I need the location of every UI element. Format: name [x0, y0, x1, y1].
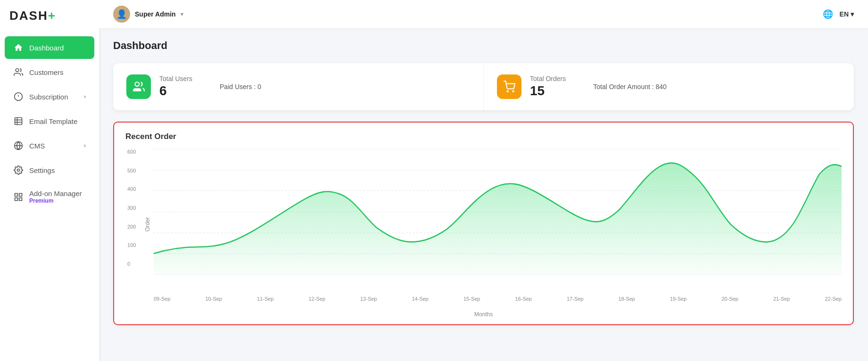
- paid-users-sub: Paid Users : 0: [220, 83, 261, 90]
- x-tick-16sep: 16-Sep: [515, 296, 532, 302]
- x-tick-13sep: 13-Sep: [360, 296, 377, 302]
- x-tick-10sep: 10-Sep: [206, 296, 222, 302]
- sidebar-item-cms[interactable]: CMS ›: [5, 134, 94, 157]
- y-tick-400: 400: [127, 186, 149, 192]
- users-stat-icon: [132, 81, 145, 93]
- svg-rect-12: [19, 193, 22, 196]
- x-tick-14sep: 14-Sep: [412, 296, 429, 302]
- sidebar-item-customers[interactable]: Customers: [5, 61, 94, 83]
- x-tick-22sep: 22-Sep: [825, 296, 842, 302]
- chart-svg: [154, 149, 842, 300]
- x-tick-20sep: 20-Sep: [722, 296, 738, 302]
- sidebar-item-settings[interactable]: Settings: [5, 159, 94, 181]
- y-tick-600: 600: [127, 149, 149, 155]
- logo-text: DASH+: [9, 8, 56, 23]
- total-order-amount-sub: Total Order Amount : 840: [593, 83, 667, 90]
- stat-card-orders: Total Orders 15 Total Order Amount : 840: [484, 63, 854, 110]
- chart-container: Order: [125, 149, 842, 300]
- home-icon: [13, 42, 24, 53]
- lang-chevron: ▾: [851, 10, 854, 18]
- svg-rect-11: [15, 193, 18, 196]
- total-orders-icon-wrap: [497, 74, 521, 99]
- grid-icon: [13, 192, 24, 202]
- stat-card-users: Total Users 6 Paid Users : 0: [113, 63, 484, 110]
- total-users-label: Total Users: [159, 75, 192, 82]
- page-content: Dashboard Total Users 6 Paid Users : 0: [99, 28, 868, 361]
- x-axis-label: Months: [125, 311, 842, 318]
- orders-stat-icon: [503, 81, 515, 93]
- y-tick-200: 200: [127, 224, 149, 230]
- sidebar: DASH+ Dashboard Customers Subscription ›: [0, 0, 99, 361]
- svg-point-16: [507, 91, 508, 92]
- list-icon: [13, 116, 24, 126]
- sidebar-item-addon-manager[interactable]: Add-on Manager Premium: [5, 183, 94, 210]
- sidebar-item-label: Subscription: [29, 93, 68, 101]
- user-name: Super Admin: [135, 10, 176, 18]
- lang-text: EN: [840, 10, 849, 18]
- header-right-controls: 🌐 EN ▾: [823, 9, 854, 19]
- chart-title: Recent Order: [125, 132, 842, 141]
- globe-icon: 🌐: [823, 9, 833, 19]
- total-users-info: Total Users 6: [159, 75, 192, 98]
- premium-badge: Premium: [29, 197, 82, 204]
- sidebar-item-label: Email Template: [29, 117, 77, 125]
- x-axis-ticks: 09-Sep 10-Sep 11-Sep 12-Sep 13-Sep 14-Se…: [154, 296, 842, 302]
- y-tick-100: 100: [127, 242, 149, 248]
- sidebar-item-label: Dashboard: [29, 44, 64, 52]
- x-tick-19sep: 19-Sep: [670, 296, 686, 302]
- users-icon: [13, 67, 24, 77]
- y-tick-300: 300: [127, 205, 149, 211]
- stats-row: Total Users 6 Paid Users : 0 Total Order…: [113, 63, 854, 110]
- svg-point-17: [513, 91, 514, 92]
- x-tick-11sep: 11-Sep: [257, 296, 273, 302]
- avatar: 👤: [113, 6, 130, 23]
- gear-icon: [13, 165, 24, 175]
- sidebar-item-email-template[interactable]: Email Template: [5, 110, 94, 132]
- total-orders-info: Total Orders 15: [530, 75, 566, 98]
- svg-rect-13: [15, 197, 18, 200]
- page-title: Dashboard: [113, 40, 854, 52]
- x-tick-09sep: 09-Sep: [154, 296, 170, 302]
- total-users-value: 6: [159, 83, 192, 98]
- sidebar-item-dashboard[interactable]: Dashboard: [5, 36, 94, 59]
- svg-rect-14: [19, 197, 22, 200]
- svg-point-15: [135, 82, 139, 86]
- sidebar-item-label: Add-on Manager: [29, 189, 82, 197]
- svg-point-0: [16, 69, 19, 72]
- user-dropdown-chevron[interactable]: ▾: [181, 11, 183, 17]
- y-tick-500: 500: [127, 168, 149, 173]
- x-tick-12sep: 12-Sep: [309, 296, 325, 302]
- tag-icon: [13, 91, 24, 102]
- header-user-section: 👤 Super Admin ▾: [113, 6, 183, 23]
- language-selector[interactable]: EN ▾: [840, 10, 854, 18]
- sidebar-item-label: Settings: [29, 166, 55, 174]
- x-tick-17sep: 17-Sep: [567, 296, 583, 302]
- x-tick-18sep: 18-Sep: [619, 296, 635, 302]
- y-tick-0: 0: [127, 261, 149, 267]
- x-tick-21sep: 21-Sep: [773, 296, 790, 302]
- chevron-right-icon: ›: [84, 142, 86, 149]
- y-axis-ticks: 600 500 400 300 200 100 0: [125, 149, 151, 267]
- sidebar-navigation: Dashboard Customers Subscription › Email…: [0, 32, 99, 215]
- chevron-right-icon: ›: [84, 93, 86, 100]
- total-orders-value: 15: [530, 83, 566, 98]
- svg-rect-4: [15, 118, 22, 125]
- chart-section: Recent Order Order: [113, 122, 854, 325]
- logo: DASH+: [0, 0, 99, 32]
- sidebar-item-subscription[interactable]: Subscription ›: [5, 85, 94, 108]
- total-orders-label: Total Orders: [530, 75, 566, 82]
- main-content: 👤 Super Admin ▾ 🌐 EN ▾ Dashboard Total U…: [99, 0, 868, 361]
- sidebar-item-label: Customers: [29, 68, 64, 76]
- header: 👤 Super Admin ▾ 🌐 EN ▾: [99, 0, 868, 28]
- total-users-icon-wrap: [126, 74, 151, 99]
- sidebar-item-label: CMS: [29, 142, 45, 150]
- x-tick-15sep: 15-Sep: [463, 296, 480, 302]
- svg-point-10: [17, 169, 20, 172]
- cms-icon: [13, 140, 24, 151]
